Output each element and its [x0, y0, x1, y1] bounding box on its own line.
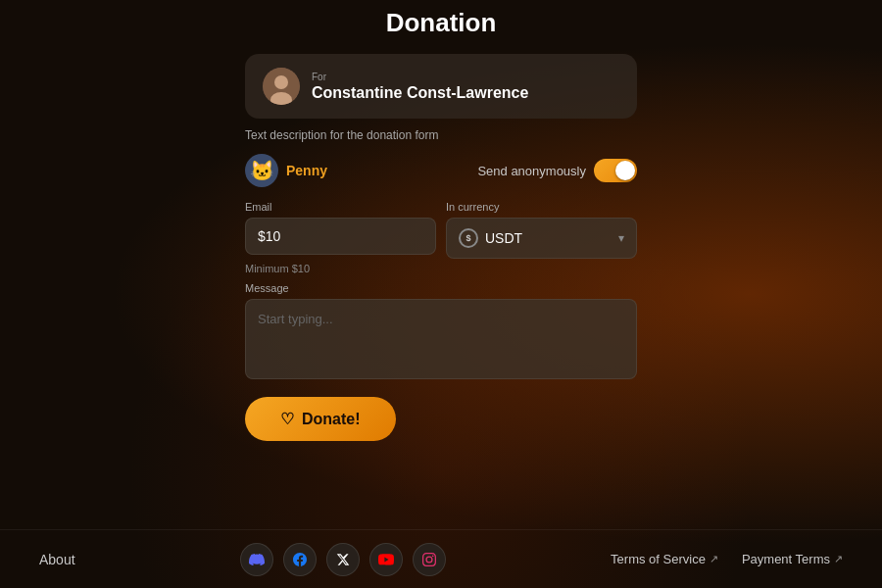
footer-links: Terms of Service ↗ Payment Terms ↗	[611, 552, 843, 566]
email-label: Email	[245, 201, 436, 213]
payment-terms-label: Payment Terms	[742, 552, 830, 566]
donate-label: Donate!	[302, 411, 361, 428]
amount-input[interactable]	[245, 218, 436, 255]
payment-terms-link[interactable]: Payment Terms ↗	[742, 552, 843, 566]
recipient-card: For Constantine Const-Lawrence	[245, 54, 637, 119]
facebook-icon[interactable]	[283, 543, 317, 576]
payment-terms-arrow-icon: ↗	[834, 553, 843, 565]
message-label: Message	[245, 282, 637, 294]
message-textarea[interactable]	[245, 299, 637, 379]
donate-button[interactable]: ♡ Donate!	[245, 397, 396, 441]
main-content: Donation For Constantine Const-Lawrence …	[0, 0, 882, 529]
heart-icon: ♡	[280, 410, 294, 428]
minimum-hint: Minimum $10	[245, 263, 637, 274]
recipient-avatar	[263, 68, 300, 105]
currency-value: USDT	[485, 230, 522, 246]
social-icons-row	[240, 543, 446, 576]
currency-label: In currency	[446, 201, 637, 213]
footer: About	[0, 529, 882, 588]
anon-label: Send anonymously	[477, 164, 586, 178]
terms-service-link[interactable]: Terms of Service ↗	[611, 552, 718, 566]
recipient-info: For Constantine Const-Lawrence	[312, 72, 528, 102]
user-row: 🐱 Penny Send anonymously	[245, 154, 637, 187]
about-link[interactable]: About	[39, 552, 75, 567]
user-avatar: 🐱	[245, 154, 278, 187]
instagram-icon[interactable]	[413, 543, 446, 576]
form-area: Text description for the donation form 🐱…	[245, 128, 637, 441]
fields-row: Email In currency $ USDT ▾	[245, 201, 637, 259]
usdt-icon: $	[459, 228, 478, 248]
user-left: 🐱 Penny	[245, 154, 327, 187]
page-title: Donation	[386, 8, 497, 38]
svg-point-1	[274, 75, 288, 89]
page-container: Donation For Constantine Const-Lawrence …	[0, 0, 882, 588]
terms-service-label: Terms of Service	[611, 552, 706, 566]
currency-select[interactable]: $ USDT ▾	[446, 218, 637, 259]
for-label: For	[312, 72, 528, 82]
email-field-group: Email	[245, 201, 436, 259]
user-name: Penny	[286, 163, 327, 178]
currency-left: $ USDT	[459, 228, 522, 248]
form-description: Text description for the donation form	[245, 128, 637, 142]
send-anonymously-toggle[interactable]	[594, 159, 637, 182]
terms-service-arrow-icon: ↗	[710, 553, 718, 565]
youtube-icon[interactable]	[369, 543, 403, 576]
chevron-down-icon: ▾	[618, 231, 624, 245]
anon-row: Send anonymously	[477, 159, 637, 182]
discord-icon[interactable]	[240, 543, 273, 576]
currency-field-group: In currency $ USDT ▾	[446, 201, 637, 259]
recipient-name: Constantine Const-Lawrence	[312, 84, 528, 102]
twitter-x-icon[interactable]	[326, 543, 360, 576]
